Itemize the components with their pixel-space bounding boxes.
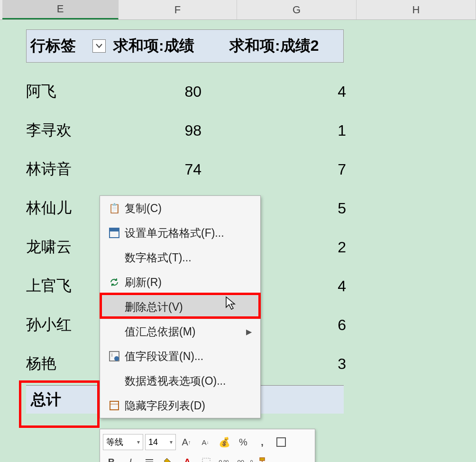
row-label: 杨艳 xyxy=(26,353,111,374)
menu-item-format-cells[interactable]: 设置单元格格式(F)... xyxy=(100,221,260,245)
chevron-down-icon: ▾ xyxy=(170,439,173,445)
pivot-value2-header[interactable]: 求和项:成绩2 xyxy=(226,36,342,56)
menu-item-summarize-by[interactable]: 值汇总依据(M) ▶ xyxy=(100,319,260,344)
column-header-f[interactable]: F xyxy=(119,0,237,19)
total-label: 总计 xyxy=(26,389,111,410)
svg-rect-1 xyxy=(110,228,119,231)
svg-text:i: i xyxy=(111,352,112,358)
pivot-row[interactable]: 李寻欢 98 1 xyxy=(26,111,358,150)
row-label: 李寻欢 xyxy=(26,120,111,141)
font-name: 等线 xyxy=(106,436,123,448)
italic-button[interactable]: I xyxy=(122,453,139,462)
bold-button[interactable]: B xyxy=(103,453,120,462)
row-value1: 98 xyxy=(111,122,232,139)
menu-item-refresh[interactable]: 刷新(R) xyxy=(100,270,260,295)
menu-label: 复制(C) xyxy=(125,201,260,216)
menu-item-remove-total[interactable]: 删除总计(V) xyxy=(100,295,260,319)
copy-icon: 📋 xyxy=(104,203,125,214)
font-color-button[interactable]: A xyxy=(179,453,196,462)
column-header-e[interactable]: E xyxy=(2,0,119,19)
menu-label: 隐藏字段列表(D) xyxy=(125,398,260,413)
menu-label: 数字格式(T)... xyxy=(125,250,260,265)
refresh-icon xyxy=(104,277,125,287)
pivot-row-label-header[interactable]: 行标签 xyxy=(27,36,110,56)
field-settings-icon: i xyxy=(104,351,125,361)
menu-label: 数据透视表选项(O)... xyxy=(125,374,260,388)
row-value2: 1 xyxy=(232,122,353,139)
svg-rect-13 xyxy=(202,458,210,462)
svg-rect-8 xyxy=(277,438,285,446)
column-header-g[interactable]: G xyxy=(237,0,357,19)
mini-toolbar-row2: B I A .0.00→ .00←.0 xyxy=(103,452,312,462)
pivot-value1-header[interactable]: 求和项:成绩 xyxy=(110,36,226,56)
format-cells-icon xyxy=(104,228,125,238)
increase-font-button[interactable]: A↑ xyxy=(178,434,195,451)
mini-toolbar: 等线 ▾ 14 ▾ A↑ A↓ 💰 % , B I A xyxy=(100,429,315,462)
row-label: 孙小红 xyxy=(26,314,111,335)
submenu-arrow-icon: ▶ xyxy=(246,327,260,336)
menu-label: 删除总计(V) xyxy=(125,300,260,314)
column-header-row: E F G H xyxy=(0,0,476,20)
svg-rect-5 xyxy=(110,401,119,410)
comma-format-button[interactable]: , xyxy=(254,434,271,451)
column-header-h[interactable]: H xyxy=(357,0,476,19)
menu-item-value-field-settings[interactable]: i 值字段设置(N)... xyxy=(100,344,260,369)
pivot-header-row: 行标签 求和项:成绩 求和项:成绩2 xyxy=(26,29,344,63)
row-label: 龙啸云 xyxy=(26,237,111,258)
row-label: 林诗音 xyxy=(26,159,111,180)
menu-label: 刷新(R) xyxy=(125,275,260,290)
menu-item-hide-field-list[interactable]: 隐藏字段列表(D) xyxy=(100,393,260,418)
decrease-font-button[interactable]: A↓ xyxy=(197,434,214,451)
menu-label: 值汇总依据(M) xyxy=(125,324,246,339)
font-size: 14 xyxy=(148,437,158,447)
percent-format-button[interactable]: % xyxy=(235,434,252,451)
menu-item-number-format[interactable]: 数字格式(T)... xyxy=(100,245,260,270)
font-size-selector[interactable]: 14 ▾ xyxy=(145,434,176,450)
svg-point-3 xyxy=(114,356,119,361)
borders-button[interactable] xyxy=(198,453,215,462)
menu-label: 设置单元格格式(F)... xyxy=(125,226,260,240)
menu-label: 值字段设置(N)... xyxy=(125,349,260,364)
pivot-row-label-text: 行标签 xyxy=(30,36,76,56)
row-value2: 4 xyxy=(232,83,353,101)
format-painter-button[interactable] xyxy=(255,453,272,462)
menu-item-copy[interactable]: 📋 复制(C) xyxy=(100,196,260,221)
row-label: 上官飞 xyxy=(26,276,111,296)
row-value2: 7 xyxy=(232,161,353,178)
row-label: 林仙儿 xyxy=(26,198,111,219)
svg-rect-7 xyxy=(277,438,285,446)
menu-item-pivot-options[interactable]: 数据透视表选项(O)... xyxy=(100,369,260,393)
decrease-decimal-button[interactable]: .0.00→ xyxy=(217,453,234,462)
border-button[interactable] xyxy=(273,434,290,451)
chevron-down-icon xyxy=(96,44,102,48)
context-menu: 📋 复制(C) 设置单元格格式(F)... 数字格式(T)... 刷新(R) 删… xyxy=(100,195,261,418)
row-label: 阿飞 xyxy=(26,81,111,102)
fill-color-button[interactable] xyxy=(160,453,177,462)
align-button[interactable] xyxy=(141,453,158,462)
pivot-row[interactable]: 阿飞 80 4 xyxy=(26,72,358,111)
pivot-row[interactable]: 林诗音 74 7 xyxy=(26,150,358,189)
worksheet-area[interactable]: 行标签 求和项:成绩 求和项:成绩2 阿飞 80 4 李寻欢 98 1 林诗音 … xyxy=(0,20,476,462)
increase-decimal-button[interactable]: .00←.0 xyxy=(236,453,253,462)
row-value1: 80 xyxy=(111,83,232,101)
mini-toolbar-row1: 等线 ▾ 14 ▾ A↑ A↓ 💰 % , xyxy=(103,432,312,452)
hide-list-icon xyxy=(104,400,125,411)
row-value1: 74 xyxy=(111,161,232,178)
row-label-dropdown[interactable] xyxy=(92,39,106,53)
accounting-format-button[interactable]: 💰 xyxy=(216,434,233,451)
font-selector[interactable]: 等线 ▾ xyxy=(103,434,143,450)
chevron-down-icon: ▾ xyxy=(137,439,140,445)
